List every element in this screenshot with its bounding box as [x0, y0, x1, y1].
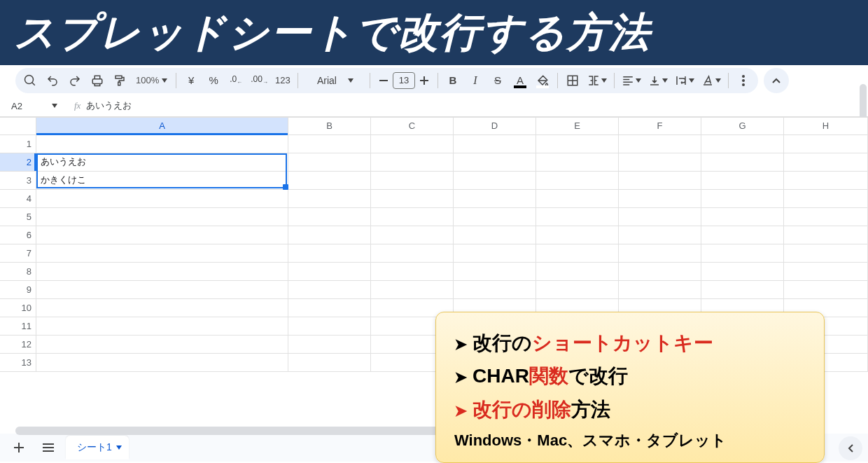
column-header[interactable]: G — [701, 117, 784, 135]
column-header[interactable]: B — [288, 117, 371, 135]
font-size-increase[interactable] — [415, 70, 433, 91]
cell[interactable] — [536, 172, 619, 190]
cell[interactable] — [36, 135, 288, 153]
cell[interactable] — [701, 281, 784, 299]
cell[interactable] — [454, 172, 536, 190]
cell[interactable] — [454, 244, 536, 263]
row-header[interactable]: 2 — [0, 153, 36, 172]
paint-format-button[interactable] — [109, 70, 130, 91]
row-header[interactable]: 11 — [0, 317, 36, 336]
cell[interactable] — [701, 190, 784, 208]
cell[interactable] — [36, 244, 288, 263]
search-button[interactable] — [20, 70, 41, 91]
cell[interactable]: かきくけこ — [36, 172, 288, 190]
cell[interactable] — [454, 153, 536, 172]
cell[interactable] — [784, 263, 868, 281]
cell[interactable] — [371, 135, 454, 153]
cell[interactable] — [371, 263, 454, 281]
cell[interactable] — [288, 153, 371, 172]
cell[interactable] — [36, 190, 288, 208]
cell[interactable] — [619, 135, 701, 153]
cell[interactable] — [371, 153, 454, 172]
cell[interactable] — [288, 190, 371, 208]
v-align-button[interactable] — [645, 70, 671, 91]
cell[interactable] — [454, 208, 536, 226]
cell[interactable] — [288, 172, 371, 190]
decrease-decimal-button[interactable]: .0← — [225, 70, 246, 91]
cell[interactable] — [371, 190, 454, 208]
cell[interactable] — [288, 281, 371, 299]
formula-input[interactable]: あいうえお — [86, 99, 868, 112]
column-header[interactable]: F — [619, 117, 701, 135]
cell[interactable] — [536, 153, 619, 172]
column-header[interactable]: E — [536, 117, 619, 135]
cell[interactable] — [288, 208, 371, 226]
cell[interactable] — [288, 354, 371, 372]
text-rotate-button[interactable] — [699, 70, 724, 91]
cell[interactable] — [288, 299, 371, 317]
cell[interactable] — [36, 299, 288, 317]
strikethrough-button[interactable]: S — [487, 70, 508, 91]
cell[interactable] — [288, 317, 371, 336]
cell[interactable] — [36, 317, 288, 336]
cell[interactable] — [288, 226, 371, 244]
cell[interactable] — [536, 281, 619, 299]
name-box[interactable]: A2 — [3, 101, 63, 111]
cell[interactable] — [784, 135, 868, 153]
cell[interactable] — [619, 190, 701, 208]
font-size-decrease[interactable] — [374, 70, 393, 91]
cell[interactable] — [454, 263, 536, 281]
add-sheet-button[interactable] — [7, 436, 31, 459]
cell[interactable] — [536, 190, 619, 208]
row-header[interactable]: 13 — [0, 354, 36, 372]
cell[interactable] — [784, 281, 868, 299]
bold-button[interactable]: B — [442, 70, 463, 91]
cell[interactable] — [536, 244, 619, 263]
cell[interactable] — [701, 208, 784, 226]
cell[interactable] — [619, 244, 701, 263]
currency-yen-button[interactable]: ¥ — [181, 70, 202, 91]
redo-button[interactable] — [64, 70, 85, 91]
cell[interactable] — [619, 263, 701, 281]
column-header[interactable]: D — [454, 117, 536, 135]
font-size-input[interactable]: 13 — [393, 72, 415, 89]
cell[interactable] — [371, 244, 454, 263]
cell[interactable]: あいうえお — [36, 153, 288, 172]
select-all-corner[interactable] — [0, 117, 36, 135]
cell[interactable] — [536, 263, 619, 281]
cell[interactable] — [784, 244, 868, 263]
cell[interactable] — [619, 172, 701, 190]
horizontal-scrollbar-thumb[interactable] — [15, 427, 463, 435]
text-color-button[interactable]: A — [510, 70, 531, 91]
fill-color-button[interactable] — [532, 70, 553, 91]
cell[interactable] — [36, 263, 288, 281]
cell[interactable] — [288, 135, 371, 153]
cell[interactable] — [619, 226, 701, 244]
row-header[interactable]: 6 — [0, 226, 36, 244]
toolbar-overflow-button[interactable] — [733, 70, 754, 91]
cell[interactable] — [784, 226, 868, 244]
cell[interactable] — [371, 208, 454, 226]
cell[interactable] — [36, 354, 288, 372]
merge-cells-button[interactable] — [584, 70, 610, 91]
cell[interactable] — [701, 226, 784, 244]
row-header[interactable]: 3 — [0, 172, 36, 190]
cell[interactable] — [701, 153, 784, 172]
cell[interactable] — [619, 153, 701, 172]
cell[interactable] — [536, 226, 619, 244]
cell[interactable] — [288, 244, 371, 263]
increase-decimal-button[interactable]: .00→ — [248, 70, 271, 91]
cell[interactable] — [701, 135, 784, 153]
cell[interactable] — [784, 172, 868, 190]
column-header[interactable]: C — [371, 117, 454, 135]
cell[interactable] — [454, 281, 536, 299]
all-sheets-button[interactable] — [36, 436, 60, 459]
row-header[interactable]: 8 — [0, 263, 36, 281]
row-header[interactable]: 10 — [0, 299, 36, 317]
cell[interactable] — [701, 172, 784, 190]
cell[interactable] — [536, 135, 619, 153]
italic-button[interactable]: I — [465, 70, 486, 91]
cell[interactable] — [784, 153, 868, 172]
row-header[interactable]: 1 — [0, 135, 36, 153]
more-formats-button[interactable]: 123 — [272, 70, 293, 91]
